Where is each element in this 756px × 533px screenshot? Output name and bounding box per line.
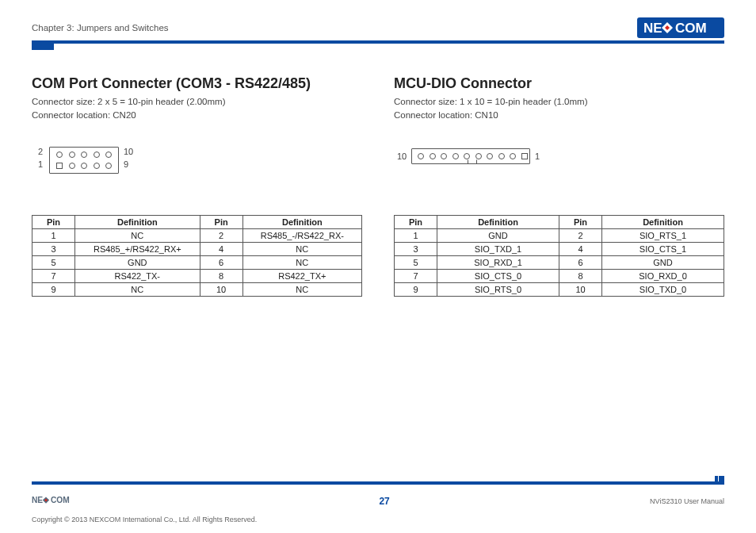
cell-def: RS422_TX+ (242, 269, 361, 282)
cell-pin: 3 (32, 242, 75, 255)
svg-text:COM: COM (675, 21, 707, 36)
left-size: Connector size: 2 x 5 = 10-pin header (2… (32, 95, 362, 109)
cell-def: SIO_RXD_0 (602, 269, 724, 282)
cell-pin: 5 (395, 255, 437, 269)
diagram-label-top-right: 10 (124, 147, 133, 156)
chapter-title: Chapter 3: Jumpers and Switches (32, 23, 169, 33)
cell-def: SIO_RTS_1 (602, 228, 724, 242)
cell-def: SIO_RTS_0 (437, 282, 559, 296)
right-pin-table: Pin Definition Pin Definition 1GND2SIO_R… (394, 215, 724, 297)
pkg-2x5 (49, 147, 119, 174)
cell-pin: 8 (559, 269, 602, 282)
right-title: MCU-DIO Connector (394, 75, 724, 92)
table-row: 1NC2RS485_-/RS422_RX- (32, 228, 362, 242)
cell-def: SIO_CTS_0 (437, 269, 559, 282)
manual-name: NViS2310 User Manual (650, 497, 724, 505)
cell-pin: 2 (200, 228, 242, 242)
table-row: 7SIO_CTS_08SIO_RXD_0 (395, 269, 724, 282)
th-pin: Pin (32, 215, 75, 228)
table-row: 9SIO_RTS_010SIO_TXD_0 (395, 282, 724, 296)
svg-text:NE: NE (32, 496, 43, 504)
diagram-label-top-left: 2 (38, 147, 43, 156)
page-header: Chapter 3: Jumpers and Switches NE COM (32, 17, 724, 38)
right-column: MCU-DIO Connector Connector size: 1 x 10… (394, 75, 724, 481)
th-def: Definition (242, 215, 361, 228)
table-row: 7RS422_TX-8RS422_TX+ (32, 269, 362, 282)
table-row: 3RS485_+/RS422_RX+4NC (32, 242, 362, 255)
table-row: 3SIO_TXD_14SIO_CTS_1 (395, 242, 724, 255)
cell-pin: 3 (395, 242, 437, 255)
cell-pin: 1 (395, 228, 437, 242)
svg-text:COM: COM (51, 496, 70, 504)
right-diagram: 10 1 (394, 144, 724, 191)
left-column: COM Port Connecter (COM3 - RS422/485) Co… (32, 75, 362, 481)
right-desc: Connector size: 1 x 10 = 10-pin header (… (394, 95, 724, 123)
cell-pin: 4 (200, 242, 242, 255)
cell-def: GND (75, 255, 200, 269)
cell-def: NC (242, 242, 361, 255)
th-def: Definition (437, 215, 559, 228)
cell-pin: 5 (32, 255, 75, 269)
diagram-label-right: 1 (535, 151, 540, 161)
cell-def: SIO_RXD_1 (437, 255, 559, 269)
cell-def: NC (75, 228, 200, 242)
table-row: 5GND6NC (32, 255, 362, 269)
cell-pin: 10 (559, 282, 602, 296)
brand-logo: NE COM (637, 17, 724, 38)
left-table-body: 1NC2RS485_-/RS422_RX-3RS485_+/RS422_RX+4… (32, 228, 362, 296)
table-row: 9NC10NC (32, 282, 362, 296)
table-row: 5SIO_RXD_16GND (395, 255, 724, 269)
left-diagram: 2 1 10 9 (32, 144, 362, 191)
right-table-body: 1GND2SIO_RTS_13SIO_TXD_14SIO_CTS_15SIO_R… (395, 228, 724, 296)
cell-def: RS485_+/RS422_RX+ (75, 242, 200, 255)
th-def: Definition (75, 215, 200, 228)
cell-pin: 8 (200, 269, 242, 282)
th-def: Definition (602, 215, 724, 228)
table-row: 1GND2SIO_RTS_1 (395, 228, 724, 242)
svg-text:NE: NE (643, 21, 662, 36)
th-pin: Pin (200, 215, 242, 228)
left-desc: Connector size: 2 x 5 = 10-pin header (2… (32, 95, 362, 123)
left-loc: Connector location: CN20 (32, 109, 362, 122)
diagram-label-bot-right: 9 (124, 159, 128, 169)
page-number: 27 (379, 496, 389, 507)
cell-def: RS422_TX- (75, 269, 200, 282)
cell-pin: 6 (559, 255, 602, 269)
cell-def: NC (242, 282, 361, 296)
footer-logo: NE COM (32, 494, 84, 508)
cell-def: RS485_-/RS422_RX- (242, 228, 361, 242)
cell-def: NC (75, 282, 200, 296)
cell-pin: 7 (395, 269, 437, 282)
cell-pin: 4 (559, 242, 602, 255)
cell-pin: 9 (32, 282, 75, 296)
cell-pin: 7 (32, 269, 75, 282)
cell-def: NC (242, 255, 361, 269)
diagram-label-left: 10 (397, 151, 407, 161)
cell-def: GND (602, 255, 724, 269)
left-title: COM Port Connecter (COM3 - RS422/485) (32, 75, 362, 92)
th-pin: Pin (395, 215, 437, 228)
left-pin-table: Pin Definition Pin Definition 1NC2RS485_… (32, 215, 362, 297)
cell-def: SIO_CTS_1 (602, 242, 724, 255)
cell-def: SIO_TXD_1 (437, 242, 559, 255)
diagram-label-bot-left: 1 (38, 159, 43, 169)
cell-pin: 2 (559, 228, 602, 242)
cell-pin: 1 (32, 228, 75, 242)
page-footer: NE COM 27 NViS2310 User Manual (32, 489, 724, 512)
cell-def: GND (437, 228, 559, 242)
footer-rule (32, 481, 724, 485)
main-content: COM Port Connecter (COM3 - RS422/485) Co… (32, 75, 724, 481)
th-pin: Pin (559, 215, 602, 228)
cell-pin: 10 (200, 282, 242, 296)
header-rule (32, 40, 724, 44)
cell-def: SIO_TXD_0 (602, 282, 724, 296)
cell-pin: 9 (395, 282, 437, 296)
right-size: Connector size: 1 x 10 = 10-pin header (… (394, 95, 724, 109)
pkg-1x10 (411, 148, 530, 164)
right-loc: Connector location: CN10 (394, 109, 724, 122)
copyright: Copyright © 2013 NEXCOM International Co… (32, 516, 257, 523)
cell-pin: 6 (200, 255, 242, 269)
